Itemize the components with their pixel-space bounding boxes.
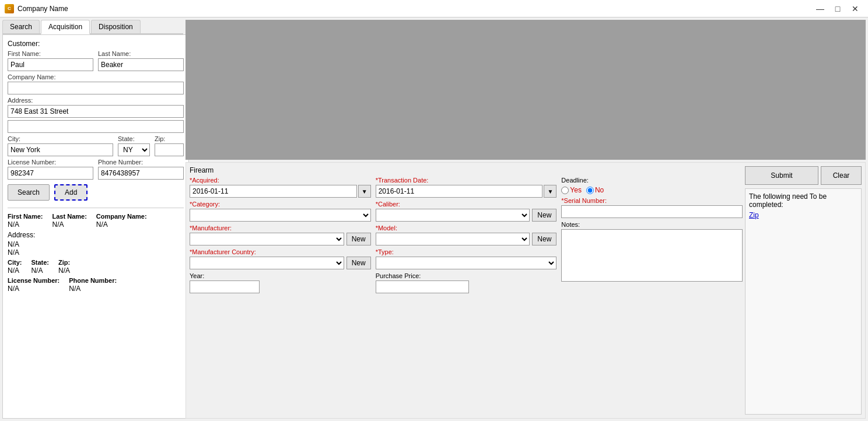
acquired-label: *Acquired: bbox=[190, 177, 371, 184]
customer-section-label: Customer: bbox=[8, 40, 184, 48]
close-button[interactable]: ✕ bbox=[847, 3, 863, 15]
type-label: *Type: bbox=[376, 248, 557, 255]
result-address-label: Address: bbox=[8, 231, 35, 239]
app-icon: C bbox=[5, 4, 14, 13]
image-area bbox=[186, 20, 866, 160]
transaction-date-label: *Transaction Date: bbox=[376, 177, 557, 184]
manufacturer-country-new-btn[interactable]: New bbox=[346, 257, 371, 269]
result-city-label: City: bbox=[8, 259, 22, 266]
result-first-name-value: N/A bbox=[8, 220, 43, 229]
result-last-name-value: N/A bbox=[52, 220, 87, 229]
result-address1: N/A bbox=[8, 240, 184, 248]
result-state-value: N/A bbox=[31, 266, 49, 275]
submit-button[interactable]: Submit bbox=[745, 166, 818, 185]
result-zip-value: N/A bbox=[58, 266, 70, 275]
clear-button[interactable]: Clear bbox=[821, 166, 862, 185]
result-state-label: State: bbox=[31, 259, 49, 266]
type-select[interactable] bbox=[376, 257, 557, 269]
model-select[interactable] bbox=[376, 233, 530, 245]
validation-zip-link[interactable]: Zip bbox=[749, 211, 858, 219]
address2-input[interactable] bbox=[8, 120, 184, 133]
address1-input[interactable] bbox=[8, 105, 184, 118]
state-select[interactable]: NY CA TX bbox=[118, 143, 150, 156]
model-new-btn[interactable]: New bbox=[532, 233, 556, 245]
zip-input[interactable] bbox=[155, 143, 184, 156]
company-name-input[interactable] bbox=[8, 82, 184, 94]
company-name-label: Company Name: bbox=[8, 73, 184, 80]
deadline-no-label[interactable]: No bbox=[586, 186, 604, 194]
last-name-input[interactable] bbox=[98, 58, 184, 71]
purchase-price-label: Purchase Price: bbox=[376, 272, 557, 279]
notes-textarea[interactable] bbox=[561, 229, 743, 282]
result-license-value: N/A bbox=[8, 285, 60, 293]
caliber-new-btn[interactable]: New bbox=[532, 209, 556, 222]
tab-disposition[interactable]: Disposition bbox=[91, 20, 141, 33]
manufacturer-new-btn[interactable]: New bbox=[346, 233, 371, 245]
notes-label: Notes: bbox=[561, 221, 743, 228]
last-name-label: Last Name: bbox=[98, 50, 184, 57]
zip-label: Zip: bbox=[155, 135, 184, 142]
window-title: Company Name bbox=[18, 5, 68, 13]
result-first-name-label: First Name: bbox=[8, 213, 43, 220]
phone-label: Phone Number: bbox=[98, 159, 184, 166]
city-label: City: bbox=[8, 135, 113, 142]
state-label: State: bbox=[118, 135, 150, 142]
deadline-yes-label[interactable]: Yes bbox=[561, 186, 582, 194]
minimize-button[interactable]: — bbox=[812, 3, 828, 15]
result-phone-label: Phone Number: bbox=[69, 277, 117, 284]
year-label: Year: bbox=[190, 272, 371, 279]
firearm-section-label: Firearm bbox=[190, 166, 743, 174]
manufacturer-country-select[interactable] bbox=[190, 257, 344, 269]
result-phone-value: N/A bbox=[69, 285, 117, 293]
deadline-label: Deadline: bbox=[561, 177, 743, 184]
model-label: *Model: bbox=[376, 224, 557, 231]
validation-box: The following need To be completed: Zip bbox=[745, 188, 862, 415]
window-controls: — □ ✕ bbox=[812, 3, 863, 15]
serial-number-input[interactable] bbox=[561, 205, 743, 218]
caliber-label: *Caliber: bbox=[376, 201, 557, 208]
serial-number-label: *Serial Number: bbox=[561, 197, 743, 204]
result-company-name-label: Company Name: bbox=[96, 213, 147, 220]
year-input[interactable] bbox=[190, 280, 260, 293]
first-name-label: First Name: bbox=[8, 50, 93, 57]
purchase-price-input[interactable] bbox=[376, 280, 469, 293]
result-address2: N/A bbox=[8, 248, 184, 257]
result-zip-label: Zip: bbox=[58, 259, 70, 266]
tab-bar: Search Acquisition Disposition bbox=[2, 20, 183, 34]
city-input[interactable] bbox=[8, 143, 113, 156]
manufacturer-country-label: *Manufacturer Country: bbox=[190, 248, 371, 255]
deadline-no-radio[interactable] bbox=[586, 187, 594, 194]
acquired-input[interactable] bbox=[190, 185, 357, 198]
category-label: *Category: bbox=[190, 201, 371, 208]
manufacturer-label: *Manufacturer: bbox=[190, 224, 371, 231]
license-input[interactable] bbox=[8, 167, 93, 180]
license-label: License Number: bbox=[8, 159, 93, 166]
add-button[interactable]: Add bbox=[54, 184, 88, 201]
result-last-name-label: Last Name: bbox=[52, 213, 87, 220]
result-company-name-value: N/A bbox=[96, 220, 147, 229]
tab-search[interactable]: Search bbox=[2, 20, 40, 33]
first-name-input[interactable] bbox=[8, 58, 93, 71]
result-city-value: N/A bbox=[8, 266, 22, 275]
transaction-date-calendar-btn[interactable]: ▼ bbox=[544, 185, 556, 198]
acquired-calendar-btn[interactable]: ▼ bbox=[358, 185, 371, 198]
address-label: Address: bbox=[8, 97, 184, 104]
search-button[interactable]: Search bbox=[8, 184, 50, 201]
category-select[interactable] bbox=[190, 209, 371, 222]
transaction-date-input[interactable] bbox=[376, 185, 543, 198]
result-section: First Name: N/A Last Name: N/A Company N… bbox=[8, 208, 184, 293]
validation-message: The following need To be completed: bbox=[749, 192, 858, 209]
tab-acquisition[interactable]: Acquisition bbox=[41, 20, 90, 34]
maximize-button[interactable]: □ bbox=[830, 3, 846, 15]
manufacturer-select[interactable] bbox=[190, 233, 344, 245]
title-bar: C Company Name — □ ✕ bbox=[0, 0, 868, 17]
result-license-label: License Number: bbox=[8, 277, 60, 284]
deadline-yes-radio[interactable] bbox=[561, 187, 569, 194]
caliber-select[interactable] bbox=[376, 209, 530, 222]
phone-input[interactable] bbox=[98, 167, 184, 180]
